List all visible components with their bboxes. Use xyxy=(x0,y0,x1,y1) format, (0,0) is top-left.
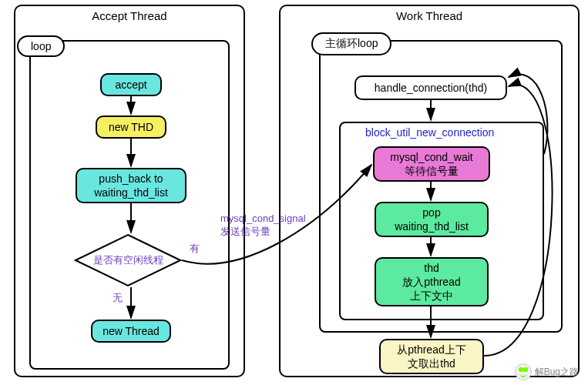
new-thd-label: new THD xyxy=(109,120,153,134)
push-back-node: push_back to waiting_thd_list xyxy=(76,168,186,203)
edge-no-label: 无 xyxy=(113,291,123,305)
cond-wait-l2: 等待信号量 xyxy=(405,164,459,178)
handle-connection-label: handle_connection(thd) xyxy=(375,81,487,95)
signal-l2: 发送信号量 xyxy=(220,226,306,239)
accept-node: accept xyxy=(100,73,162,96)
cond-wait-node: mysql_cond_wait 等待信号量 xyxy=(373,146,490,182)
work-thread-title: Work Thread xyxy=(396,9,462,22)
right-loop-label: 主循环loop xyxy=(311,32,391,55)
left-loop-label: loop xyxy=(17,35,65,57)
thd-pthread-node: thd 放入pthread 上下文中 xyxy=(375,257,489,306)
block-util-label: block_util_new_connection xyxy=(365,126,494,139)
accept-thread-title: Accept Thread xyxy=(92,9,166,22)
from-pthread-l2: 文取出thd xyxy=(408,357,455,370)
watermark-text: 解Bug之路 xyxy=(535,366,579,379)
push-back-l1: push_back to xyxy=(99,172,163,186)
pop-l1: pop xyxy=(422,206,440,219)
thd-l3: 上下文中 xyxy=(410,289,453,303)
handle-connection-node: handle_connection(thd) xyxy=(354,75,507,100)
new-thread-label: new Thread xyxy=(102,324,160,338)
decision-text: 是否有空闲线程 xyxy=(93,253,163,267)
from-pthread-l1: 从pthread上下 xyxy=(397,343,465,357)
watermark: 解Bug之路 xyxy=(515,363,579,380)
pop-l2: waiting_thd_list xyxy=(395,219,469,233)
wechat-icon xyxy=(515,363,532,380)
new-thread-node: new Thread xyxy=(91,320,171,343)
decision-diamond: 是否有空闲线程 xyxy=(74,233,182,287)
thd-l2: 放入pthread xyxy=(402,275,460,289)
from-pthread-node: 从pthread上下 文取出thd xyxy=(379,339,484,374)
signal-label: mysql_cond_signal 发送信号量 xyxy=(220,213,306,239)
new-thd-node: new THD xyxy=(96,116,166,139)
signal-l1: mysql_cond_signal xyxy=(220,213,306,226)
edge-yes-label: 有 xyxy=(190,242,200,256)
push-back-l2: waiting_thd_list xyxy=(94,186,168,199)
thd-l1: thd xyxy=(424,261,438,275)
accept-label: accept xyxy=(115,78,146,92)
pop-node: pop waiting_thd_list xyxy=(375,202,489,237)
cond-wait-l1: mysql_cond_wait xyxy=(390,150,472,164)
